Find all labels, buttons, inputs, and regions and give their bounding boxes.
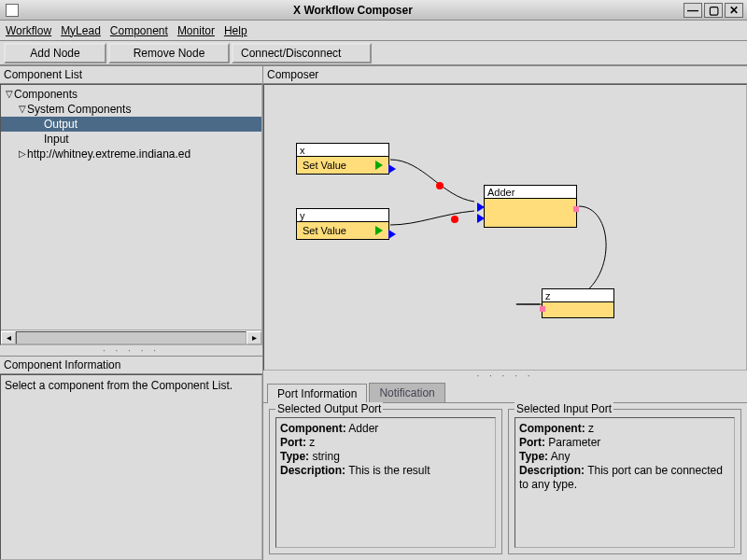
remove-node-button[interactable]: Remove Node (108, 43, 230, 63)
tree-label: http://whitney.extreme.indiana.ed (27, 147, 190, 161)
tree-root[interactable]: Components (1, 87, 261, 102)
play-icon[interactable] (375, 226, 383, 235)
node-x-title: x (297, 144, 388, 157)
node-z-body[interactable] (543, 302, 613, 317)
expand-icon[interactable] (18, 148, 27, 159)
label-port: Port: (519, 436, 545, 449)
toolbar: Add Node Remove Node Connect/Disconnect (0, 41, 747, 65)
out-component: Adder (348, 422, 378, 435)
component-tree[interactable]: Components System Components Output Inpu… (0, 84, 262, 345)
node-adder-title: Adder (485, 186, 576, 199)
component-info-body: Select a component from the Component Li… (0, 374, 262, 560)
tab-notification[interactable]: Notification (369, 383, 444, 402)
node-adder[interactable]: Adder (484, 185, 577, 228)
out-port: z (309, 436, 315, 449)
out-type: string (312, 450, 339, 463)
port-in-2[interactable] (477, 214, 485, 223)
window-title: X Workflow Composer (24, 4, 682, 17)
tree-label: Input (44, 133, 69, 146)
input-port-legend: Selected Input Port (514, 402, 613, 415)
node-y-title: y (297, 209, 388, 222)
out-desc: This is the result (348, 464, 430, 477)
close-button[interactable]: ✕ (725, 3, 743, 18)
tree-item-url[interactable]: http://whitney.extreme.indiana.ed (1, 147, 261, 161)
tab-port-information[interactable]: Port Information (267, 384, 367, 403)
label-component: Component: (280, 422, 346, 435)
in-component: z (588, 422, 594, 435)
label-type: Type: (280, 450, 309, 463)
component-info-title: Component Information (0, 356, 262, 374)
connect-button[interactable]: Connect/Disconnect (232, 43, 372, 63)
minimize-button[interactable]: — (684, 3, 702, 18)
scroll-left-icon[interactable]: ◂ (1, 331, 16, 344)
tree-item-input[interactable]: Input (1, 132, 261, 147)
label-type: Type: (519, 450, 548, 463)
selected-input-port-panel: Selected Input Port Component: z Port: P… (508, 409, 741, 554)
label-description: Description: (280, 464, 345, 477)
tree-group[interactable]: System Components (1, 102, 261, 117)
label-port: Port: (280, 436, 306, 449)
tree-label: Output (44, 118, 78, 131)
label-component: Component: (519, 422, 585, 435)
port-in[interactable] (540, 306, 545, 312)
breakpoint-dot[interactable] (436, 182, 444, 189)
node-z-title: z (543, 289, 613, 302)
in-type: Any (551, 450, 571, 463)
menubar: Workflow MyLead Component Monitor Help (0, 21, 747, 41)
output-port-legend: Selected Output Port (275, 402, 383, 415)
node-z[interactable]: z (542, 288, 614, 318)
tree-label: System Components (27, 103, 131, 116)
tree-hscrollbar[interactable]: ◂ ▸ (1, 329, 261, 344)
component-info-text: Select a component from the Component Li… (5, 379, 233, 392)
play-icon[interactable] (375, 161, 383, 170)
node-x-body[interactable]: Set Value (297, 157, 388, 174)
tabbar: Port Information Notification (263, 381, 747, 403)
node-y-body[interactable]: Set Value (297, 222, 388, 239)
menu-mylead[interactable]: MyLead (61, 24, 101, 37)
splitter-v[interactable]: · · · · · (263, 371, 747, 381)
menu-monitor[interactable]: Monitor (177, 24, 215, 37)
add-node-button[interactable]: Add Node (4, 43, 106, 63)
node-adder-body[interactable] (485, 199, 576, 227)
port-out[interactable] (388, 164, 396, 174)
expand-icon[interactable] (5, 89, 14, 99)
selected-output-port-panel: Selected Output Port Component: Adder Po… (269, 409, 502, 554)
node-x[interactable]: x Set Value (296, 143, 389, 175)
tree-item-output[interactable]: Output (1, 117, 261, 132)
maximize-button[interactable]: ▢ (704, 3, 723, 18)
scroll-track[interactable] (16, 331, 247, 344)
set-value-button[interactable]: Set Value (303, 225, 346, 236)
menu-component[interactable]: Component (110, 24, 168, 37)
port-out[interactable] (573, 206, 579, 212)
scroll-right-icon[interactable]: ▸ (247, 331, 261, 344)
window-icon (6, 4, 19, 17)
composer-canvas[interactable]: x Set Value y Set Value Adder (263, 84, 747, 371)
titlebar: X Workflow Composer — ▢ ✕ (0, 0, 747, 21)
set-value-button[interactable]: Set Value (303, 160, 346, 171)
port-in-1[interactable] (477, 203, 485, 212)
menu-help[interactable]: Help (224, 24, 740, 37)
node-y[interactable]: y Set Value (296, 208, 389, 240)
in-port: Parameter (548, 436, 600, 449)
label-description: Description: (519, 464, 585, 477)
breakpoint-dot[interactable] (451, 216, 458, 223)
composer-title: Composer (263, 65, 747, 84)
port-out[interactable] (388, 230, 396, 239)
tree-label: Components (14, 88, 78, 101)
menu-workflow[interactable]: Workflow (6, 24, 51, 37)
bottom-panel: Port Information Notification Selected O… (263, 381, 747, 560)
expand-icon[interactable] (18, 104, 27, 114)
component-list-title: Component List (0, 65, 262, 84)
splitter-h[interactable]: · · · · · (0, 345, 262, 356)
